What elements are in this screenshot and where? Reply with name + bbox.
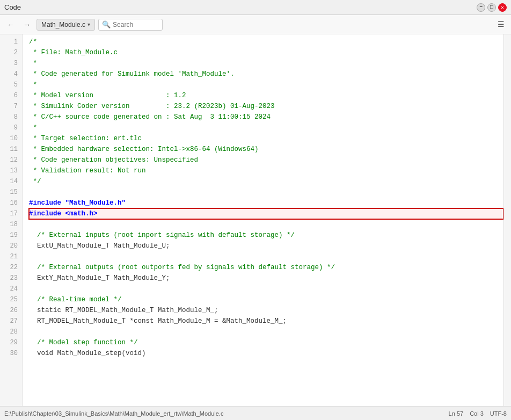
code-line <box>29 251 503 262</box>
minimize-button[interactable]: − <box>477 3 485 12</box>
line-number: 23 <box>0 273 22 284</box>
status-col: Col 3 <box>470 410 484 417</box>
line-number: 25 <box>0 294 22 305</box>
code-token: #include <math.h> <box>29 210 98 218</box>
code-token: /* External inputs (root inport signals … <box>29 231 295 239</box>
status-enc: UTF-8 <box>490 410 507 417</box>
file-tab[interactable]: Math_Module.c ▾ <box>36 19 95 31</box>
back-icon: ← <box>7 20 14 29</box>
code-line: /* <box>29 37 503 47</box>
code-token: * C/C++ source code generated on : Sat A… <box>29 113 271 121</box>
status-bar: E:\Publish\Chapter\03_Simulink_Basics\Ma… <box>0 406 511 420</box>
line-number: 26 <box>0 305 22 316</box>
line-number: 30 <box>0 348 22 359</box>
line-number: 19 <box>0 230 22 241</box>
menu-icon[interactable]: ☰ <box>495 18 507 31</box>
code-content[interactable]: /* * File: Math_Module.c * * Code genera… <box>23 34 503 406</box>
line-number: 17 <box>0 208 22 219</box>
line-number: 28 <box>0 327 22 337</box>
code-line: * Model version : 1.2 <box>29 90 503 101</box>
line-numbers: 1234567891011121314151617181920212223242… <box>0 34 23 406</box>
code-token: * Model version : 1.2 <box>29 92 186 99</box>
code-line: * <box>29 79 503 90</box>
line-number: 16 <box>0 198 22 208</box>
code-line: #include "Math_Module.h" <box>29 198 503 208</box>
code-line: */ <box>29 176 503 187</box>
window-title: Code <box>4 3 21 11</box>
code-token: * Validation result: Not run <box>29 167 146 175</box>
line-number: 15 <box>0 187 22 198</box>
code-token: * <box>29 81 37 89</box>
line-number: 13 <box>0 165 22 176</box>
forward-icon: → <box>23 20 31 29</box>
vertical-scrollbar[interactable] <box>503 34 511 406</box>
title-bar-controls: − □ ✕ <box>477 3 507 12</box>
search-icon: 🔍 <box>102 20 111 29</box>
status-path: E:\Publish\Chapter\03_Simulink_Basics\Ma… <box>4 410 449 417</box>
restore-button[interactable]: □ <box>487 3 496 12</box>
back-button[interactable]: ← <box>4 18 17 31</box>
code-token: * Simulink Coder version : 23.2 (R2023b)… <box>29 103 275 110</box>
line-number: 14 <box>0 176 22 187</box>
code-line: * Code generated for Simulink model 'Mat… <box>29 69 503 79</box>
code-line: ExtU_Math_Module_T Math_Module_U; <box>29 241 503 251</box>
search-input[interactable] <box>113 21 156 28</box>
code-line: * <box>29 58 503 69</box>
code-line: RT_MODEL_Math_Module_T *const Math_Modul… <box>29 316 503 327</box>
code-container: 1234567891011121314151617181920212223242… <box>0 34 511 406</box>
search-box[interactable]: 🔍 <box>98 19 163 31</box>
line-number: 1 <box>0 37 22 47</box>
code-line: /* Real-time model */ <box>29 294 503 305</box>
code-line: * Validation result: Not run <box>29 165 503 176</box>
code-token: * <box>29 124 37 132</box>
code-line: * Target selection: ert.tlc <box>29 133 503 144</box>
line-number: 21 <box>0 251 22 262</box>
file-tab-name: Math_Module.c <box>41 21 85 28</box>
line-number: 5 <box>0 79 22 90</box>
code-line: static RT_MODEL_Math_Module_T Math_Modul… <box>29 305 503 316</box>
line-number: 9 <box>0 122 22 133</box>
line-number: 11 <box>0 144 22 155</box>
code-line: * C/C++ source code generated on : Sat A… <box>29 112 503 122</box>
code-token: * Code generated for Simulink model 'Mat… <box>29 70 235 78</box>
code-line: * Code generation objectives: Unspecifie… <box>29 155 503 165</box>
line-number: 24 <box>0 284 22 294</box>
line-number: 6 <box>0 90 22 101</box>
code-line: /* Model step function */ <box>29 337 503 348</box>
code-line: ExtY_Math_Module_T Math_Module_Y; <box>29 273 503 284</box>
title-bar: Code − □ ✕ <box>0 0 511 15</box>
line-number: 29 <box>0 337 22 348</box>
title-bar-left: Code <box>4 3 21 11</box>
code-line <box>29 187 503 198</box>
forward-button[interactable]: → <box>20 18 33 31</box>
code-token: * <box>29 60 37 67</box>
code-token: /* External outputs (root outports fed b… <box>29 264 335 271</box>
toolbar: ← → Math_Module.c ▾ 🔍 ☰ <box>0 15 511 34</box>
status-right: Ln 57 Col 3 UTF-8 <box>449 410 507 417</box>
code-token: /* <box>29 38 37 46</box>
line-number: 18 <box>0 219 22 230</box>
code-token: ExtU_Math_Module_T Math_Module_U; <box>29 242 170 250</box>
code-line: /* External outputs (root outports fed b… <box>29 262 503 273</box>
close-button[interactable]: ✕ <box>498 3 507 12</box>
line-number: 20 <box>0 241 22 251</box>
line-number: 22 <box>0 262 22 273</box>
line-number: 10 <box>0 133 22 144</box>
code-line: #include <math.h> <box>29 208 503 219</box>
code-token: * File: Math_Module.c <box>29 49 118 56</box>
line-number: 3 <box>0 58 22 69</box>
status-ln: Ln 57 <box>449 410 464 417</box>
code-token: * Code generation objectives: Unspecifie… <box>29 156 198 164</box>
code-token: static RT_MODEL_Math_Module_T Math_Modul… <box>29 307 218 314</box>
code-line: /* External inputs (root inport signals … <box>29 230 503 241</box>
line-number: 27 <box>0 316 22 327</box>
code-line <box>29 327 503 337</box>
chevron-down-icon: ▾ <box>87 21 90 27</box>
code-line <box>29 284 503 294</box>
code-line: * Simulink Coder version : 23.2 (R2023b)… <box>29 101 503 112</box>
line-number: 7 <box>0 101 22 112</box>
code-token: RT_MODEL_Math_Module_T *const Math_Modul… <box>29 317 287 325</box>
code-line: * <box>29 122 503 133</box>
line-number: 4 <box>0 69 22 79</box>
code-line: * Embedded hardware selection: Intel->x8… <box>29 144 503 155</box>
